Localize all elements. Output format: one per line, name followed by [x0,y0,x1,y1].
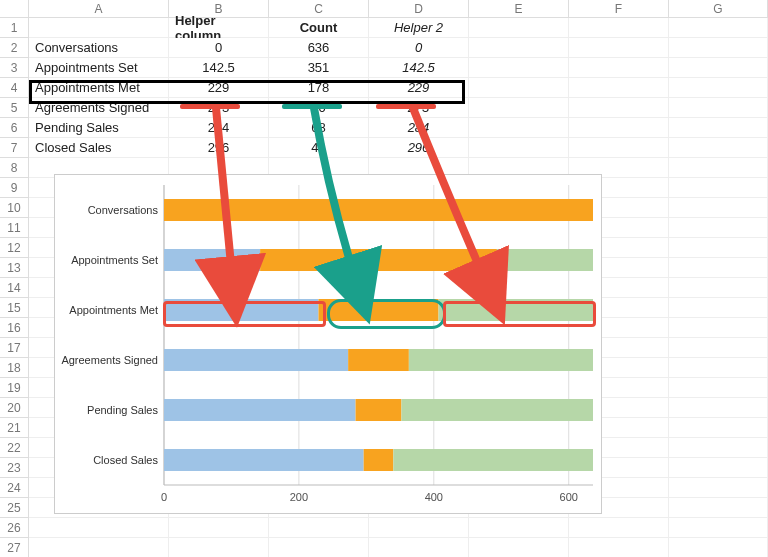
row-head-1[interactable]: 1 [0,18,29,38]
cell-G5[interactable] [669,98,768,118]
row-head-16[interactable]: 16 [0,318,29,338]
cell-G26[interactable] [669,518,768,538]
cell-A4[interactable]: Appointments Met [29,78,169,98]
cell-F1[interactable] [569,18,669,38]
row-head-26[interactable]: 26 [0,518,29,538]
row-head-11[interactable]: 11 [0,218,29,238]
cell-C5[interactable]: 90 [269,98,369,118]
cell-F27[interactable] [569,538,669,557]
row-head-27[interactable]: 27 [0,538,29,557]
cell-B5[interactable]: 273 [169,98,269,118]
row-head-13[interactable]: 13 [0,258,29,278]
cell-D2[interactable]: 0 [369,38,469,58]
cell-C27[interactable] [269,538,369,557]
row-head-17[interactable]: 17 [0,338,29,358]
col-head-C[interactable]: C [269,0,369,18]
cell-C1[interactable]: Count [269,18,369,38]
cell-G25[interactable] [669,498,768,518]
row-head-6[interactable]: 6 [0,118,29,138]
row-head-5[interactable]: 5 [0,98,29,118]
cell-G7[interactable] [669,138,768,158]
cell-G21[interactable] [669,418,768,438]
row-head-15[interactable]: 15 [0,298,29,318]
cell-F3[interactable] [569,58,669,78]
cell-G1[interactable] [669,18,768,38]
row-head-18[interactable]: 18 [0,358,29,378]
cell-G17[interactable] [669,338,768,358]
cell-A1[interactable] [29,18,169,38]
row-head-12[interactable]: 12 [0,238,29,258]
cell-G3[interactable] [669,58,768,78]
cell-F7[interactable] [569,138,669,158]
cell-F5[interactable] [569,98,669,118]
cell-D1[interactable]: Helper 2 [369,18,469,38]
cell-A7[interactable]: Closed Sales [29,138,169,158]
cell-G10[interactable] [669,198,768,218]
cell-B6[interactable]: 284 [169,118,269,138]
cell-C6[interactable]: 68 [269,118,369,138]
cell-C26[interactable] [269,518,369,538]
cell-D3[interactable]: 142.5 [369,58,469,78]
cell-E26[interactable] [469,518,569,538]
cell-G2[interactable] [669,38,768,58]
cell-D5[interactable]: 273 [369,98,469,118]
cell-E27[interactable] [469,538,569,557]
col-head-A[interactable]: A [29,0,169,18]
cell-F2[interactable] [569,38,669,58]
cell-C7[interactable]: 44 [269,138,369,158]
cell-G19[interactable] [669,378,768,398]
spreadsheet-grid[interactable]: ABCDEFG 12345678910111213141516171819202… [0,0,768,557]
cell-G11[interactable] [669,218,768,238]
cell-B7[interactable]: 296 [169,138,269,158]
cell-G20[interactable] [669,398,768,418]
cell-A2[interactable]: Conversations [29,38,169,58]
row-head-4[interactable]: 4 [0,78,29,98]
cell-A3[interactable]: Appointments Set [29,58,169,78]
cell-G6[interactable] [669,118,768,138]
cell-E6[interactable] [469,118,569,138]
cell-G16[interactable] [669,318,768,338]
cell-B4[interactable]: 229 [169,78,269,98]
cell-C3[interactable]: 351 [269,58,369,78]
cell-D7[interactable]: 296 [369,138,469,158]
cell-G14[interactable] [669,278,768,298]
cell-G22[interactable] [669,438,768,458]
cell-A5[interactable]: Agreements Signed [29,98,169,118]
cell-B3[interactable]: 142.5 [169,58,269,78]
cell-G23[interactable] [669,458,768,478]
cell-G12[interactable] [669,238,768,258]
cell-E5[interactable] [469,98,569,118]
col-head-F[interactable]: F [569,0,669,18]
cell-E7[interactable] [469,138,569,158]
cell-A26[interactable] [29,518,169,538]
cell-F6[interactable] [569,118,669,138]
row-head-23[interactable]: 23 [0,458,29,478]
cell-A27[interactable] [29,538,169,557]
cell-C4[interactable]: 178 [269,78,369,98]
cell-B27[interactable] [169,538,269,557]
row-head-2[interactable]: 2 [0,38,29,58]
cell-G9[interactable] [669,178,768,198]
row-head-10[interactable]: 10 [0,198,29,218]
cell-G27[interactable] [669,538,768,557]
row-head-19[interactable]: 19 [0,378,29,398]
row-head-22[interactable]: 22 [0,438,29,458]
cell-E3[interactable] [469,58,569,78]
cell-G4[interactable] [669,78,768,98]
cell-G8[interactable] [669,158,768,178]
row-head-7[interactable]: 7 [0,138,29,158]
cell-B2[interactable]: 0 [169,38,269,58]
cell-E4[interactable] [469,78,569,98]
cell-D6[interactable]: 284 [369,118,469,138]
row-head-25[interactable]: 25 [0,498,29,518]
row-head-8[interactable]: 8 [0,158,29,178]
cell-D4[interactable]: 229 [369,78,469,98]
row-head-20[interactable]: 20 [0,398,29,418]
cell-G24[interactable] [669,478,768,498]
row-head-24[interactable]: 24 [0,478,29,498]
cell-G15[interactable] [669,298,768,318]
cell-D26[interactable] [369,518,469,538]
row-head-3[interactable]: 3 [0,58,29,78]
row-head-9[interactable]: 9 [0,178,29,198]
col-head-E[interactable]: E [469,0,569,18]
